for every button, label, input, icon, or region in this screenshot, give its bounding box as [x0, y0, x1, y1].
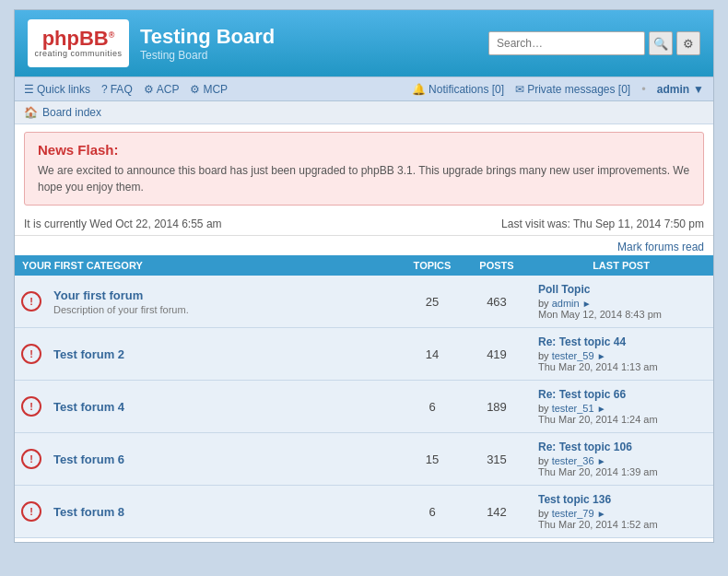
lastpost-by: by admin ► — [538, 298, 704, 309]
mark-forums-bar: Mark forums read — [15, 236, 713, 255]
table-row: ! Test forum 8 6 142 Test topic 136 by t… — [15, 486, 713, 538]
home-icon: 🏠 — [24, 106, 38, 119]
forum-posts-count: 189 — [464, 381, 529, 433]
logo-phpbb: phpBB® — [42, 29, 115, 49]
lastpost-user[interactable]: tester_79 — [552, 508, 594, 519]
lastpost-by: by tester_79 ► — [538, 508, 704, 519]
logo-bb: BB — [79, 27, 109, 50]
search-button[interactable]: 🔍 — [649, 31, 673, 55]
logo-box: phpBB® creating communities — [28, 19, 129, 67]
lastpost-user[interactable]: tester_36 — [552, 455, 594, 466]
lastpost-header: LAST POST — [529, 255, 713, 276]
logo-reg: ® — [109, 30, 115, 40]
view-icon[interactable]: ► — [597, 404, 606, 414]
lastpost-user[interactable]: admin — [552, 298, 580, 309]
hamburger-icon: ☰ — [24, 83, 34, 96]
forum-name[interactable]: Test forum 8 — [53, 505, 394, 519]
advanced-search-button[interactable]: ⚙ — [676, 31, 700, 55]
board-wrapper: phpBB® creating communities Testing Boar… — [14, 9, 714, 543]
forum-unread-icon: ! — [21, 291, 41, 312]
forum-icon-cell: ! — [15, 381, 48, 433]
board-title-area: Testing Board Testing Board — [140, 25, 275, 62]
mcp-link[interactable]: ⚙ MCP — [190, 83, 228, 96]
acp-link[interactable]: ⚙ ACP — [144, 83, 180, 96]
table-row: ! Test forum 4 6 189 Re: Test topic 66 b… — [15, 381, 713, 433]
nav-bullet: • — [641, 82, 646, 96]
forum-lastpost-cell: Re: Test topic 106 by tester_36 ► Thu Ma… — [529, 433, 713, 486]
user-dropdown-arrow: ▼ — [693, 83, 704, 96]
forum-name[interactable]: Your first forum — [53, 288, 394, 302]
mcp-icon: ⚙ — [190, 83, 200, 96]
lastpost-by: by tester_36 ► — [538, 455, 704, 466]
forum-topics-count: 15 — [400, 433, 464, 486]
faq-link[interactable]: ? FAQ — [101, 83, 133, 96]
lastpost-by: by tester_51 ► — [538, 403, 704, 414]
table-row: ! Your first forum Description of your f… — [15, 276, 713, 328]
forum-table-body: ! Your first forum Description of your f… — [15, 276, 713, 538]
pm-label: Private messages [0] — [527, 83, 630, 96]
quick-links-menu[interactable]: ☰ Quick links — [24, 83, 90, 96]
news-flash-title: News Flash: — [38, 142, 690, 158]
forum-info-cell: Test forum 4 — [48, 381, 400, 433]
mark-forums-read-link[interactable]: Mark forums read — [617, 241, 704, 253]
lastpost-title[interactable]: Re: Test topic 106 — [538, 441, 704, 453]
nav-left: ☰ Quick links ? FAQ ⚙ ACP ⚙ MCP — [24, 83, 228, 96]
current-time: It is currently Wed Oct 22, 2014 6:55 am — [24, 217, 222, 230]
forum-unread-icon: ! — [21, 344, 41, 364]
view-icon[interactable]: ► — [597, 456, 606, 466]
board-header: phpBB® creating communities Testing Boar… — [15, 10, 713, 76]
forum-lastpost-cell: Test topic 136 by tester_79 ► Thu Mar 20… — [529, 486, 713, 538]
forum-icon-cell: ! — [15, 276, 48, 328]
forum-name[interactable]: Test forum 6 — [53, 453, 394, 466]
forum-table: YOUR FIRST CATEGORY TOPICS POSTS LAST PO… — [15, 255, 713, 538]
notifications-link[interactable]: 🔔 Notifications [0] — [412, 83, 504, 96]
forum-desc: Description of your first forum. — [53, 304, 394, 315]
lastpost-title[interactable]: Re: Test topic 66 — [538, 388, 704, 401]
logo-sub: creating communities — [34, 49, 122, 58]
forum-topics-count: 6 — [400, 381, 464, 433]
forum-posts-count: 142 — [464, 486, 529, 538]
topics-header: TOPICS — [400, 255, 464, 276]
forum-lastpost-cell: Re: Test topic 66 by tester_51 ► Thu Mar… — [529, 381, 713, 433]
forum-table-head: YOUR FIRST CATEGORY TOPICS POSTS LAST PO… — [15, 255, 713, 276]
forum-posts-count: 419 — [464, 328, 529, 381]
search-area: 🔍 ⚙ — [488, 31, 700, 55]
view-icon[interactable]: ► — [597, 351, 606, 361]
logo-area: phpBB® creating communities Testing Boar… — [28, 19, 275, 67]
user-menu[interactable]: admin ▼ — [657, 83, 704, 96]
forum-posts-count: 315 — [464, 433, 529, 486]
forum-name[interactable]: Test forum 2 — [53, 347, 394, 361]
lastpost-title[interactable]: Re: Test topic 44 — [538, 335, 704, 348]
forum-lastpost-cell: Poll Topic by admin ► Mon May 12, 2014 8… — [529, 276, 713, 328]
view-icon[interactable]: ► — [597, 509, 606, 519]
posts-header: POSTS — [464, 255, 529, 276]
lastpost-date: Thu Mar 20, 2014 1:24 am — [538, 414, 704, 425]
lastpost-by: by tester_59 ► — [538, 350, 704, 361]
lastpost-user[interactable]: tester_59 — [552, 350, 594, 361]
forum-lastpost-cell: Re: Test topic 44 by tester_59 ► Thu Mar… — [529, 328, 713, 381]
category-header-row: YOUR FIRST CATEGORY TOPICS POSTS LAST PO… — [15, 255, 713, 276]
nav-right: 🔔 Notifications [0] ✉ Private messages [… — [412, 82, 704, 96]
username: admin — [657, 83, 689, 96]
nav-bar: ☰ Quick links ? FAQ ⚙ ACP ⚙ MCP 🔔 Notifi… — [15, 76, 713, 101]
faq-icon: ? — [101, 83, 108, 96]
notifications-label: Notifications [0] — [429, 83, 504, 96]
forum-name[interactable]: Test forum 4 — [53, 400, 394, 414]
view-icon[interactable]: ► — [582, 299, 592, 309]
forum-icon-cell: ! — [15, 486, 48, 538]
board-desc: Testing Board — [140, 49, 275, 62]
lastpost-title[interactable]: Poll Topic — [538, 283, 704, 296]
news-flash-text: We are excited to announce this board ha… — [38, 162, 690, 195]
forum-icon-cell: ! — [15, 433, 48, 486]
breadcrumb-board-index[interactable]: Board index — [42, 106, 101, 119]
acp-icon: ⚙ — [144, 83, 154, 96]
forum-posts-count: 463 — [464, 276, 529, 328]
lastpost-user[interactable]: tester_51 — [552, 403, 594, 414]
board-title: Testing Board — [140, 25, 275, 49]
pm-link[interactable]: ✉ Private messages [0] — [515, 83, 630, 96]
forum-info-cell: Test forum 8 — [48, 486, 400, 538]
forum-unread-icon: ! — [21, 501, 41, 522]
search-input[interactable] — [488, 31, 645, 55]
lastpost-title[interactable]: Test topic 136 — [538, 493, 704, 506]
table-row: ! Test forum 2 14 419 Re: Test topic 44 … — [15, 328, 713, 381]
